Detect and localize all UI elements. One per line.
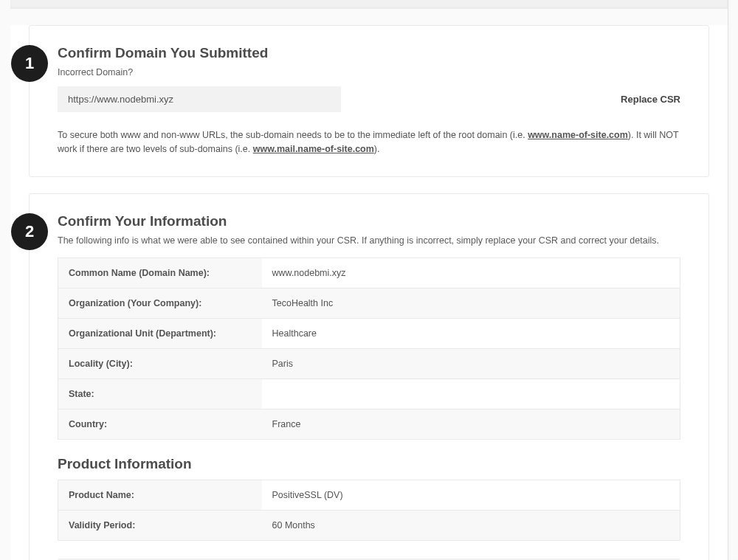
table-row: Country: France xyxy=(58,409,680,439)
step-badge-2: 2 xyxy=(11,213,48,250)
label-product-name: Product Name: xyxy=(58,480,262,510)
label-locality: Locality (City): xyxy=(58,348,262,378)
label-organization: Organization (Your Company): xyxy=(58,288,262,318)
value-state xyxy=(262,378,680,409)
value-locality: Paris xyxy=(262,348,680,378)
incorrect-domain-label: Incorrect Domain? xyxy=(58,67,680,77)
table-row: Common Name (Domain Name): www.nodebmi.x… xyxy=(58,257,680,288)
step2-intro: The following info is what we were able … xyxy=(58,235,680,246)
table-row: State: xyxy=(58,378,680,409)
step-badge-1: 1 xyxy=(11,45,48,82)
value-country: France xyxy=(262,409,680,439)
label-org-unit: Organizational Unit (Department): xyxy=(58,318,262,348)
scrollbar-track[interactable] xyxy=(728,0,738,560)
step1-title: Confirm Domain You Submitted xyxy=(58,45,680,61)
step-confirm-info: 2 Confirm Your Information The following… xyxy=(29,193,709,560)
label-state: State: xyxy=(58,378,262,409)
value-org-unit: Healthcare xyxy=(262,318,680,348)
value-common-name: www.nodebmi.xyz xyxy=(262,257,680,288)
domain-note: To secure both www and non-www URLs, the… xyxy=(58,128,680,157)
table-row: Organization (Your Company): TecoHealth … xyxy=(58,288,680,318)
csr-info-table: Common Name (Domain Name): www.nodebmi.x… xyxy=(58,257,680,440)
value-organization: TecoHealth Inc xyxy=(262,288,680,318)
product-info-table: Product Name: PositiveSSL (DV) Validity … xyxy=(58,480,680,541)
label-validity: Validity Period: xyxy=(58,510,262,540)
table-row: Locality (City): Paris xyxy=(58,348,680,378)
note-text-3: ). xyxy=(374,144,380,154)
replace-csr-link[interactable]: Replace CSR xyxy=(621,94,680,105)
step-confirm-domain: 1 Confirm Domain You Submitted Incorrect… xyxy=(29,25,709,177)
value-product-name: PositiveSSL (DV) xyxy=(262,480,680,510)
note-example-2: www.mail.name-of-site.com xyxy=(253,144,374,154)
note-text-1: To secure both www and non-www URLs, the… xyxy=(58,130,528,140)
label-common-name: Common Name (Domain Name): xyxy=(58,257,262,288)
value-validity: 60 Months xyxy=(262,510,680,540)
table-row: Product Name: PositiveSSL (DV) xyxy=(58,480,680,510)
step2-title: Confirm Your Information xyxy=(58,213,680,229)
table-row: Organizational Unit (Department): Health… xyxy=(58,318,680,348)
label-country: Country: xyxy=(58,409,262,439)
note-example-1: www.name-of-site.com xyxy=(528,130,628,140)
product-info-heading: Product Information xyxy=(58,456,680,472)
table-row: Validity Period: 60 Months xyxy=(58,510,680,540)
domain-input[interactable]: https://www.nodebmi.xyz xyxy=(58,86,341,112)
